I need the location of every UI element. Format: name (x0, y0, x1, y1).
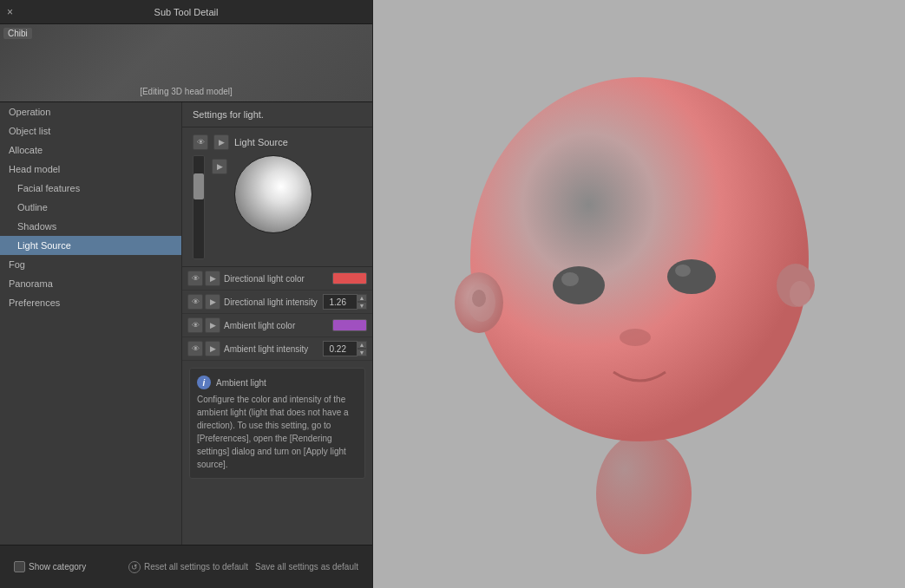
light-source-section: 👁 ▶ Light Source ▶ (182, 127, 372, 267)
svg-point-11 (472, 290, 486, 307)
bottom-actions: Show category ↺ Reset all settings to de… (9, 561, 364, 573)
spin-down[interactable]: ▼ (357, 349, 367, 356)
directional-intensity-spinner: ▲ ▼ (357, 294, 367, 310)
sidebar-item-preferences[interactable]: Preferences (0, 293, 181, 312)
info-box: i Ambient light Configure the color and … (189, 368, 365, 479)
prop-icon-group: 👁 ▶ (187, 317, 220, 333)
ambient-intensity-value[interactable]: 0.22 (323, 341, 357, 356)
info-box-header: i Ambient light (197, 376, 357, 389)
preview-tag: Chibi (3, 28, 32, 39)
sub-tool-detail-panel: × Sub Tool Detail Chibi [Editing 3D head… (0, 0, 373, 588)
save-default-button[interactable]: Save all settings as default (255, 562, 358, 572)
dir-color-expand-icon[interactable]: ▶ (205, 271, 220, 286)
sidebar-item-allocate[interactable]: Allocate (0, 140, 181, 160)
show-category-label: Show category (29, 562, 86, 572)
sidebar-item-shadows[interactable]: Shadows (0, 217, 181, 236)
sidebar-item-light-source[interactable]: Light Source (0, 236, 181, 255)
content-area: Operation Object list Allocate Head mode… (0, 102, 372, 545)
spin-down[interactable]: ▼ (357, 302, 367, 310)
svg-point-0 (596, 433, 692, 554)
svg-point-6 (553, 266, 605, 304)
preview-caption: [Editing 3D head model] (140, 87, 233, 96)
reset-icon: ↺ (128, 561, 141, 573)
info-icon: i (197, 376, 211, 389)
svg-point-10 (620, 329, 651, 346)
vertical-slider[interactable] (193, 155, 205, 259)
directional-light-intensity-label: Directional light intensity (224, 297, 319, 307)
amb-intensity-expand-icon[interactable]: ▶ (205, 341, 220, 356)
sphere-control-btn[interactable]: ▶ (212, 159, 227, 174)
svg-point-9 (675, 265, 691, 277)
right-panel: Settings for light. 👁 ▶ Light Source ▶ (182, 102, 372, 545)
show-category-row: Show category (14, 561, 121, 572)
slider-thumb (193, 173, 204, 199)
bottom-bar: Show category ↺ Reset all settings to de… (0, 545, 372, 588)
prop-icon-group: 👁 ▶ (187, 271, 220, 286)
show-category-checkbox[interactable] (14, 561, 25, 572)
directional-light-intensity-row: 👁 ▶ Directional light intensity 1.26 ▲ ▼ (182, 291, 372, 314)
prop-icon-group: 👁 ▶ (187, 294, 220, 310)
amb-intensity-eye-icon[interactable]: 👁 (187, 341, 203, 356)
info-box-text: Configure the color and intensity of the… (197, 393, 357, 471)
svg-point-8 (561, 272, 579, 286)
sidebar-item-outline[interactable]: Outline (0, 198, 181, 217)
ambient-light-color-label: Ambient light color (224, 321, 329, 330)
info-box-title: Ambient light (216, 376, 266, 389)
directional-light-color-label: Directional light color (224, 274, 329, 284)
amb-color-expand-icon[interactable]: ▶ (205, 317, 220, 333)
dir-intensity-eye-icon[interactable]: 👁 (187, 294, 203, 310)
ambient-light-color-row: 👁 ▶ Ambient light color (182, 314, 372, 337)
sphere-preview (234, 155, 312, 233)
ambient-intensity-spinner: ▲ ▼ (357, 341, 367, 356)
sidebar-item-head-model[interactable]: Head model (0, 160, 181, 179)
sidebar-item-operation[interactable]: Operation (0, 102, 181, 121)
ambient-light-color-swatch[interactable] (332, 319, 367, 331)
dir-intensity-expand-icon[interactable]: ▶ (205, 294, 220, 310)
light-eye-icon[interactable]: 👁 (193, 134, 208, 150)
settings-header: Settings for light. (182, 102, 372, 127)
light-section-title: Light Source (234, 137, 288, 147)
directional-light-color-swatch[interactable] (332, 272, 367, 284)
sphere-row: ▶ (193, 155, 362, 259)
sidebar-item-panorama[interactable]: Panorama (0, 274, 181, 293)
sidebar-item-facial-features[interactable]: Facial features (0, 179, 181, 198)
head-model-svg (423, 34, 856, 554)
title-bar: × Sub Tool Detail (0, 0, 372, 24)
directional-light-color-row: 👁 ▶ Directional light color (182, 267, 372, 291)
sidebar-nav: Operation Object list Allocate Head mode… (0, 102, 182, 545)
prop-icon-group: 👁 ▶ (187, 341, 220, 356)
window-title: Sub Tool Detail (154, 7, 219, 17)
spin-up[interactable]: ▲ (357, 341, 367, 349)
svg-point-5 (790, 281, 810, 307)
dir-color-eye-icon[interactable]: 👁 (187, 271, 203, 286)
light-expand-icon[interactable]: ▶ (213, 134, 229, 150)
model-preview-area (373, 0, 905, 588)
spin-up[interactable]: ▲ (357, 294, 367, 302)
sidebar-item-object-list[interactable]: Object list (0, 121, 181, 140)
preview-area: Chibi [Editing 3D head model] (0, 24, 372, 102)
reset-label: Reset all settings to default (144, 562, 248, 572)
close-button[interactable]: × (7, 6, 13, 18)
reset-button[interactable]: ↺ Reset all settings to default (128, 561, 248, 573)
amb-color-eye-icon[interactable]: 👁 (187, 317, 203, 333)
ambient-light-intensity-label: Ambient light intensity (224, 344, 319, 354)
svg-point-1 (470, 77, 809, 441)
sidebar-item-fog[interactable]: Fog (0, 255, 181, 274)
svg-point-7 (667, 259, 716, 294)
light-section-header: 👁 ▶ Light Source (193, 134, 362, 150)
directional-intensity-value[interactable]: 1.26 (323, 294, 357, 310)
ambient-light-intensity-row: 👁 ▶ Ambient light intensity 0.22 ▲ ▼ (182, 337, 372, 361)
